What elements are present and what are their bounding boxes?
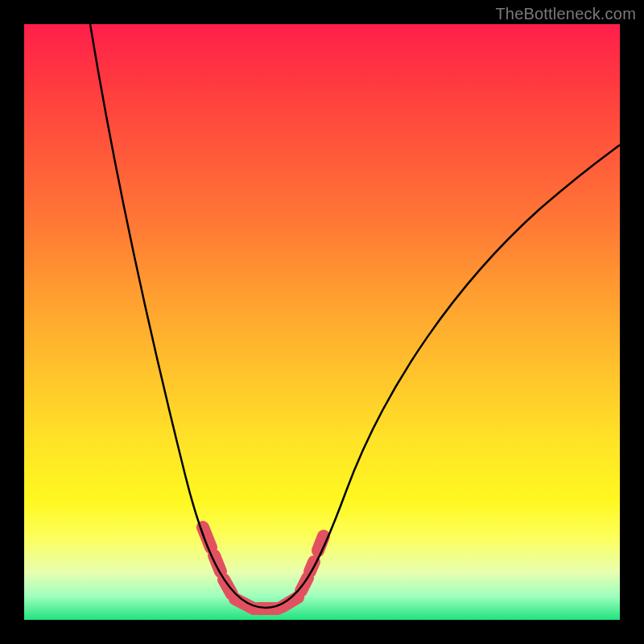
curve-layer — [24, 24, 620, 620]
plot-area — [24, 24, 620, 620]
chart-frame: TheBottleneck.com — [0, 0, 644, 644]
valley-highlight — [203, 527, 324, 609]
bottleneck-curve — [90, 24, 620, 608]
watermark-label: TheBottleneck.com — [495, 5, 636, 23]
